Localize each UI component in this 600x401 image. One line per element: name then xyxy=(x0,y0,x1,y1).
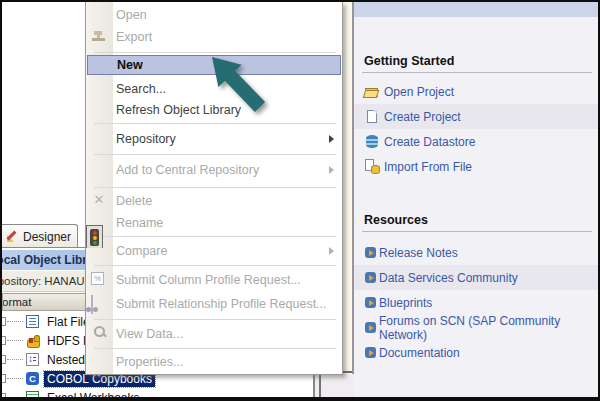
cobol-copybooks-icon: C xyxy=(26,372,40,386)
menu-separator xyxy=(94,52,336,53)
designer-icon xyxy=(7,230,20,243)
resources-heading: Resources xyxy=(362,213,592,232)
export-icon xyxy=(91,29,107,45)
resource-arrow-icon xyxy=(365,272,376,283)
link-documentation[interactable]: Documentation xyxy=(354,340,598,365)
menu-item-delete: Delete xyxy=(87,190,341,212)
tree-expander[interactable] xyxy=(2,388,26,401)
delete-icon: ✕ xyxy=(91,193,107,209)
traffic-light-icon xyxy=(90,229,99,246)
link-blueprints[interactable]: Blueprints xyxy=(354,290,598,315)
open-project-icon xyxy=(364,84,380,99)
start-page-panel: Getting Started Open Project Create Proj… xyxy=(352,2,598,397)
menu-item-properties: Properties... xyxy=(87,351,341,373)
tree-expander[interactable] xyxy=(2,369,26,388)
tab-designer[interactable]: Designer xyxy=(0,224,78,248)
link-open-project[interactable]: Open Project xyxy=(354,79,598,104)
menu-separator xyxy=(94,348,336,349)
menu-item-submit-column-profile-request: Submit Column Profile Request... xyxy=(87,268,341,292)
menu-item-search[interactable]: Search... xyxy=(87,78,341,100)
tree-expander[interactable] xyxy=(2,350,26,369)
resource-arrow-icon xyxy=(365,247,376,258)
panel-splitter[interactable] xyxy=(313,374,354,399)
submenu-arrow-icon xyxy=(329,247,334,255)
tabstrip-divider xyxy=(2,247,86,248)
menu-separator xyxy=(94,236,336,237)
getting-started-heading: Getting Started xyxy=(362,54,592,73)
tree-expander[interactable] xyxy=(2,331,26,350)
menu-item-repository[interactable]: Repository xyxy=(87,126,341,152)
menu-separator xyxy=(94,319,336,320)
menu-item-new[interactable]: New xyxy=(87,55,341,75)
menu-separator xyxy=(94,154,336,155)
context-menu: Open Export New Search... Refresh Object… xyxy=(85,2,343,375)
menu-item-view-data: View Data... xyxy=(87,322,341,346)
tab-monitor[interactable] xyxy=(86,225,103,248)
link-release-notes[interactable]: Release Notes xyxy=(354,240,598,265)
start-page-top-band xyxy=(354,2,598,17)
resource-arrow-icon xyxy=(365,322,376,333)
link-data-services-community[interactable]: Data Services Community xyxy=(354,265,598,290)
submenu-arrow-icon xyxy=(329,166,334,174)
nested-schemas-icon xyxy=(26,353,40,367)
excel-workbooks-icon xyxy=(26,391,40,401)
menu-item-open: Open xyxy=(87,4,341,26)
hdfs-files-icon xyxy=(26,334,40,348)
submenu-arrow-icon xyxy=(329,135,334,143)
tree-expander[interactable] xyxy=(2,312,26,331)
resource-arrow-icon xyxy=(365,347,376,358)
tree-item-excel-workbooks[interactable]: Excel Workbooks xyxy=(2,388,313,401)
menu-separator xyxy=(94,187,336,188)
menu-separator xyxy=(94,123,336,124)
flat-files-icon xyxy=(26,315,40,329)
menu-item-rename: Rename xyxy=(87,212,341,234)
link-forums-on-scn[interactable]: Forums on SCN (SAP Community Network) xyxy=(354,315,598,340)
app-window: Getting Started Open Project Create Proj… xyxy=(0,0,600,401)
create-project-icon xyxy=(364,109,380,124)
create-datastore-icon xyxy=(364,134,380,149)
link-import-from-file[interactable]: Import From File xyxy=(354,154,598,179)
link-create-project[interactable]: Create Project xyxy=(354,104,598,129)
workspace-edge xyxy=(343,2,352,373)
resource-arrow-icon xyxy=(365,297,376,308)
link-create-datastore[interactable]: Create Datastore xyxy=(354,129,598,154)
menu-item-submit-relationship-profile-request: Submit Relationship Profile Request... xyxy=(87,292,341,316)
menu-separator xyxy=(94,265,336,266)
import-from-file-icon xyxy=(364,159,380,174)
menu-item-export: Export xyxy=(87,26,341,48)
menu-item-refresh-object-library[interactable]: Refresh Object Library xyxy=(87,100,341,121)
menu-item-add-to-central-repository: Add to Central Repository xyxy=(87,157,341,183)
menu-item-compare: Compare xyxy=(87,239,341,263)
relationship-profile-icon xyxy=(91,295,93,314)
column-profile-icon: % xyxy=(91,272,104,285)
